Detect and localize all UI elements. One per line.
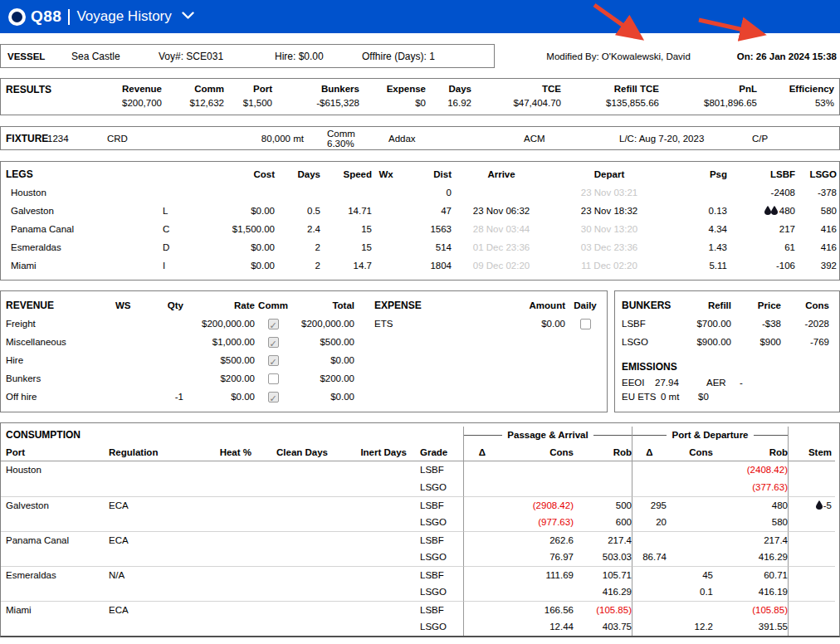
consumption-regulation: ECA: [109, 531, 202, 549]
results-col-expense: Expense$0: [359, 84, 426, 108]
results-col-tce: TCE$47,404.70: [471, 84, 561, 108]
col-speed: Speed: [320, 169, 372, 179]
q88-logo-icon: [8, 8, 26, 26]
consumption-group-row: CONSUMPTION Passage & Arrival Port & Dep…: [1, 427, 839, 444]
consumption-regulation: ECA: [109, 601, 202, 618]
col-lsgo: LSGO: [795, 169, 837, 179]
results-section: RESULTS Revenue$200,700 Comm$12,632 Port…: [0, 78, 840, 115]
consumption-row: LSGO 416.29 0.1 416.19: [1, 583, 839, 601]
consumption-regulation: N/A: [109, 566, 202, 583]
col-inert-days: Inert Days: [328, 444, 407, 461]
modified-on: On: 26 Jan 2024 15:38: [737, 51, 837, 61]
leg-row: Houston 0 23 Nov 03:21 -2408 -378: [1, 183, 839, 202]
bunkers-row: LSBF $700.00 -$38 -2028: [622, 315, 833, 333]
revenue-item: Hire: [6, 351, 115, 369]
emissions-block: EMISSIONS EEOI 27.94 AER - EU ETS 0 mt $…: [622, 361, 833, 402]
leg-row: Miami I $0.00 2 14.7 1804 09 Dec 02:20 1…: [1, 256, 839, 275]
leg-row: Esmeraldas D $0.00 2 15 514 01 Dec 23:36…: [1, 238, 839, 256]
revenue-item: Freight: [6, 315, 115, 333]
revenue-row: Miscellaneous $1,000.00 $500.00: [6, 333, 354, 351]
voyage-number: Voy#: SCE031: [159, 51, 275, 62]
consumption-header-row: Port Regulation Heat % Clean Days Inert …: [1, 444, 839, 461]
comm-checkbox[interactable]: [268, 337, 279, 348]
col-daily: Daily: [565, 296, 605, 315]
vessel-info-bar: VESSEL Sea Castle Voy#: SCE031 Hire: $0.…: [0, 44, 495, 68]
col-pa-rob: Rob: [574, 444, 632, 461]
revenue-item: Off hire: [6, 388, 115, 406]
eeoi-value: 27.94: [655, 378, 706, 388]
consumption-port: Panama Canal: [1, 531, 109, 549]
results-col-bunkers: Bunkers-$615,328: [272, 84, 359, 108]
emissions-label: EMISSIONS: [622, 361, 833, 373]
consumption-row: LSGO 76.97 503.03 86.74 416.29: [1, 549, 839, 566]
comm-checkbox[interactable]: [268, 355, 279, 366]
leg-row: Panama Canal C $1,500.00 2.4 15 1563 28 …: [1, 220, 839, 238]
legs-header-row: LEGS Cost Days Speed Wx Dist Arrive Depa…: [1, 164, 839, 183]
chevron-down-icon[interactable]: [182, 12, 194, 22]
revenue-header-row: REVENUE WS Qty Rate Comm Total: [6, 296, 354, 315]
fixture-laycan: L/C: Aug 7-20, 2023: [619, 134, 752, 144]
results-label: RESULTS: [6, 84, 79, 108]
results-col-port: Port$1,500: [224, 84, 272, 108]
leg-port: Esmeraldas: [1, 242, 121, 252]
expense-table: EXPENSE Amount Daily ETS $0.00: [374, 296, 605, 412]
app-header: Q88 Voyage History: [0, 0, 840, 33]
consumption-regulation: ECA: [109, 496, 202, 514]
expense-item: ETS: [374, 315, 481, 333]
bunker-grade: LSGO: [622, 333, 668, 351]
daily-checkbox[interactable]: [580, 319, 591, 329]
expense-label: EXPENSE: [374, 296, 481, 315]
col-dist: Dist: [400, 169, 452, 179]
stem-drop-icon: [816, 498, 823, 515]
legs-section: LEGS Cost Days Speed Wx Dist Arrive Depa…: [0, 161, 840, 281]
col-pd-rob: Rob: [713, 444, 788, 461]
eeoi-label: EEOI: [622, 378, 655, 388]
consumption-row: Miami ECA LSBF 166.56 (105.85) (105.85): [1, 601, 839, 618]
col-depart: Depart: [551, 169, 667, 179]
comm-checkbox[interactable]: [268, 319, 279, 329]
col-amount: Amount: [481, 296, 565, 315]
consumption-port: Esmeraldas: [1, 566, 109, 583]
fixture-charterer: Addax: [383, 134, 524, 144]
leg-port: Miami: [1, 261, 121, 271]
consumption-row: LSGO (977.63) 600 20 580: [1, 514, 839, 531]
comm-checkbox[interactable]: [268, 392, 279, 402]
col-port: Port: [1, 444, 109, 461]
leg-type: C: [121, 224, 171, 234]
aer-value: -: [740, 378, 833, 388]
consumption-row: Esmeraldas N/A LSBF 111.69 105.71 45 60.…: [1, 566, 839, 583]
col-wx: Wx: [372, 169, 400, 179]
leg-port: Panama Canal: [1, 224, 121, 234]
fixture-number: 1234: [47, 134, 107, 144]
consumption-row: LSGO 12.44 403.75 12.2 391.55: [1, 618, 839, 636]
results-col-efficiency: Efficiency53%: [757, 84, 834, 108]
revenue-row: Hire $500.00 $0.00: [6, 351, 354, 369]
col-pa-cons: Cons: [501, 444, 574, 461]
fixture-cargo: CRD: [107, 134, 252, 144]
col-grade: Grade: [407, 444, 463, 461]
comm-checkbox[interactable]: [268, 373, 279, 384]
revenue-item: Bunkers: [6, 369, 115, 388]
consumption-port: Galveston: [1, 496, 109, 514]
col-pd-delta: Δ: [632, 444, 667, 461]
leg-port: Houston: [1, 188, 121, 198]
expense-row: ETS $0.00: [374, 315, 605, 333]
col-arrive: Arrive: [452, 169, 551, 179]
consumption-regulation: [109, 461, 202, 479]
fixture-quantity: 80,000 mt: [252, 134, 304, 144]
col-ws: WS: [115, 296, 142, 315]
fixture-label: FIXTURE: [1, 133, 47, 144]
fixture-cp: C/P: [752, 134, 839, 144]
modified-by: Modified By: O'Kowalewski, David: [546, 51, 690, 61]
revenue-label: REVENUE: [6, 296, 115, 315]
leg-type: L: [121, 206, 171, 216]
consumption-row: Houston LSBF (2408.42): [1, 461, 839, 479]
euets-value: 0 mt: [661, 392, 698, 402]
results-col-comm: Comm$12,632: [162, 84, 224, 108]
bunkers-section: BUNKERS Refill Price Cons LSBF $700.00 -…: [614, 290, 840, 412]
col-refill: Refill: [668, 296, 731, 315]
fixture-commission: Comm 6.30%: [304, 129, 383, 149]
col-days: Days: [275, 169, 320, 179]
col-qty: Qty: [142, 296, 183, 315]
results-col-refill-tce: Refill TCE$135,855.66: [561, 84, 659, 108]
